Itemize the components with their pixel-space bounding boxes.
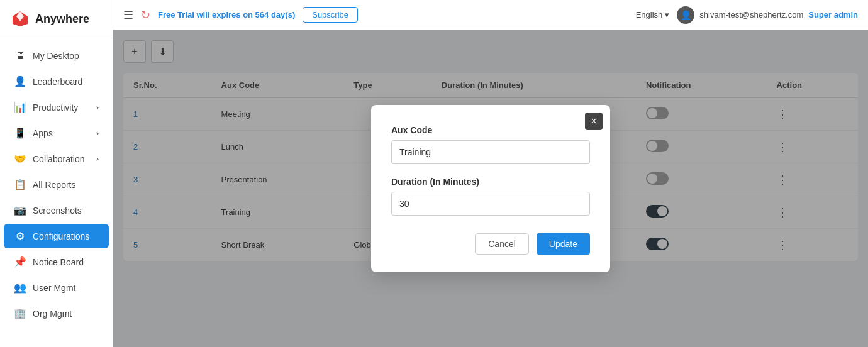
- modal: × Aux Code Duration (In Minutes) Cancel …: [371, 105, 610, 272]
- sidebar-item-configurations[interactable]: ⚙ Configurations: [4, 224, 109, 248]
- sidebar-navigation: 🖥 My Desktop 👤 Leaderboard 📊 Productivit…: [0, 38, 113, 347]
- main-area: ☰ ↻ Free Trial will expires on 564 day(s…: [113, 0, 868, 347]
- sidebar-item-notice-board[interactable]: 📌 Notice Board: [4, 250, 109, 274]
- sidebar-item-leaderboard[interactable]: 👤 Leaderboard: [4, 69, 109, 94]
- sidebar-item-label: Apps: [33, 128, 53, 138]
- sidebar-item-user-mgmt[interactable]: 👥 User Mgmt: [4, 275, 109, 300]
- apps-icon: 📱: [14, 127, 26, 139]
- free-trial-detail: will expires on 564 day(s): [194, 10, 295, 19]
- update-button[interactable]: Update: [537, 233, 590, 255]
- configurations-icon: ⚙: [14, 230, 26, 242]
- sidebar-item-label: Configurations: [33, 231, 89, 241]
- notice-board-icon: 📌: [14, 256, 26, 268]
- cancel-button[interactable]: Cancel: [475, 233, 529, 255]
- sidebar-item-screenshots[interactable]: 📷 Screenshots: [4, 198, 109, 223]
- screenshots-icon: 📷: [14, 204, 26, 216]
- chevron-down-icon: ▾: [665, 10, 669, 19]
- my-desktop-icon: 🖥: [14, 50, 26, 62]
- avatar: 👤: [677, 6, 694, 24]
- user-mgmt-icon: 👥: [14, 282, 26, 294]
- language-label: English: [636, 10, 663, 19]
- sidebar-item-label: Leaderboard: [33, 77, 82, 87]
- productivity-icon: 📊: [14, 101, 26, 113]
- refresh-icon[interactable]: ↻: [141, 8, 150, 22]
- sidebar: Anywhere 🖥 My Desktop 👤 Leaderboard 📊 Pr…: [0, 0, 113, 347]
- menu-icon[interactable]: ☰: [123, 8, 133, 22]
- subscribe-button[interactable]: Subscribe: [303, 7, 358, 23]
- sidebar-item-org-mgmt[interactable]: 🏢 Org Mgmt: [4, 301, 109, 326]
- free-trial-label: Free Trial: [158, 10, 194, 19]
- sidebar-item-label: Collaboration: [33, 154, 85, 164]
- logo-icon: [10, 9, 30, 29]
- modal-overlay: × Aux Code Duration (In Minutes) Cancel …: [113, 30, 868, 347]
- content-area: + ⬇ Sr.No. Aux Code Type Duration (In Mi…: [113, 30, 868, 347]
- chevron-icon: ›: [96, 129, 99, 138]
- sidebar-item-apps[interactable]: 📱 Apps ›: [4, 121, 109, 145]
- aux-code-input[interactable]: [391, 140, 590, 164]
- topbar-right: English ▾ 👤 shivam-test@shephertz.com Su…: [636, 6, 858, 24]
- logo-text: Anywhere: [35, 13, 89, 26]
- duration-input[interactable]: [391, 192, 590, 216]
- sidebar-item-productivity[interactable]: 📊 Productivity ›: [4, 95, 109, 119]
- modal-close-button[interactable]: ×: [585, 113, 603, 130]
- sidebar-item-label: All Reports: [33, 180, 75, 190]
- sidebar-item-my-desktop[interactable]: 🖥 My Desktop: [4, 44, 109, 68]
- sidebar-item-label: User Mgmt: [33, 283, 75, 293]
- sidebar-item-label: My Desktop: [33, 51, 79, 61]
- aux-code-label: Aux Code: [391, 125, 590, 135]
- modal-actions: Cancel Update: [391, 233, 590, 255]
- topbar: ☰ ↻ Free Trial will expires on 564 day(s…: [113, 0, 868, 30]
- org-mgmt-icon: 🏢: [14, 307, 26, 319]
- sidebar-item-label: Productivity: [33, 102, 78, 113]
- free-trial-text: Free Trial will expires on 564 day(s): [158, 10, 295, 19]
- sidebar-item-collaboration[interactable]: 🤝 Collaboration ›: [4, 146, 109, 171]
- all-reports-icon: 📋: [14, 179, 26, 190]
- chevron-icon: ›: [96, 103, 99, 112]
- super-admin-badge: Super admin: [808, 10, 858, 19]
- collaboration-icon: 🤝: [14, 153, 26, 165]
- leaderboard-icon: 👤: [14, 75, 26, 87]
- language-selector[interactable]: English ▾: [636, 10, 670, 19]
- sidebar-item-all-reports[interactable]: 📋 All Reports: [4, 172, 109, 197]
- sidebar-logo: Anywhere: [0, 0, 113, 38]
- chevron-icon: ›: [96, 155, 99, 163]
- user-email: shivam-test@shephertz.com: [699, 10, 803, 19]
- sidebar-item-label: Screenshots: [33, 206, 82, 216]
- duration-label: Duration (In Minutes): [391, 177, 590, 187]
- user-info: 👤 shivam-test@shephertz.com Super admin: [677, 6, 858, 24]
- sidebar-item-label: Org Mgmt: [33, 309, 72, 319]
- sidebar-item-label: Notice Board: [33, 257, 84, 267]
